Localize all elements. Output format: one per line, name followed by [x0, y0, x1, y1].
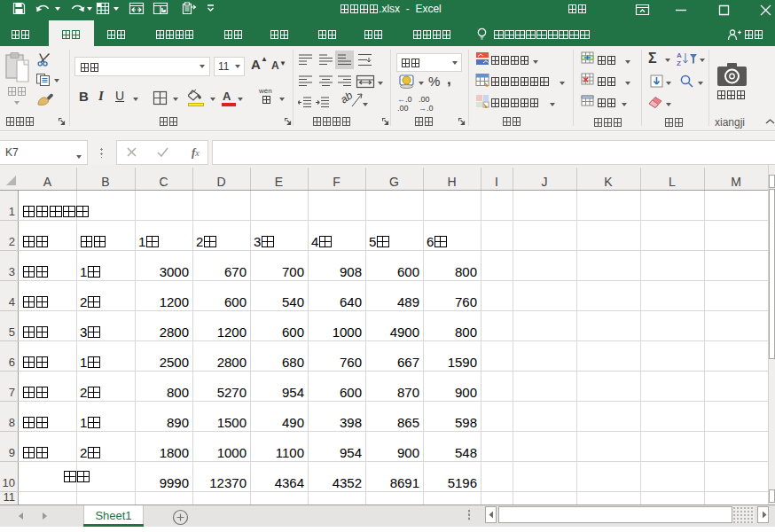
- svg-text:Z: Z: [677, 59, 681, 66]
- svg-text:A: A: [677, 51, 682, 59]
